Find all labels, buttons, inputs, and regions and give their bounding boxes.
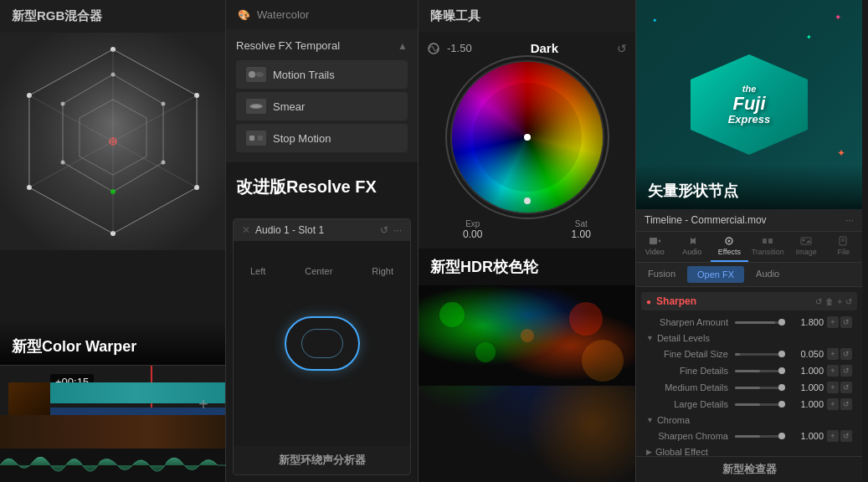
sparkle-orange: ✦ xyxy=(837,147,845,159)
param-slider-sharpen-chroma[interactable] xyxy=(735,435,785,438)
svg-point-33 xyxy=(439,302,465,327)
tab-transition[interactable]: Transition xyxy=(748,232,788,262)
param-value-fine-detail-size: 0.050 xyxy=(790,349,824,359)
param-add-sharpen[interactable]: + xyxy=(827,316,839,328)
param-slider-sharpen-amount[interactable] xyxy=(735,321,785,324)
section-header-global-effect[interactable]: ▶ Global Effect xyxy=(641,444,857,456)
param-add-medium-details[interactable]: + xyxy=(827,382,839,393)
noise-visual xyxy=(419,285,635,482)
fx-item-motion-trails[interactable]: Motion Trails xyxy=(236,60,408,89)
denoise-title: 降噪工具 xyxy=(430,8,480,24)
param-slider-medium-details[interactable] xyxy=(735,387,785,389)
param-slider-fine-details[interactable] xyxy=(735,370,785,372)
subtab-audio[interactable]: Audio xyxy=(749,266,786,283)
watercolor-title-text: Watercolor xyxy=(257,8,309,21)
audio-panel-footer: 新型环绕声分析器 xyxy=(234,446,410,474)
effect-more-icon[interactable]: ↺ xyxy=(845,297,852,306)
param-add-sharpen-chroma[interactable]: + xyxy=(827,430,839,442)
color-warper-canvas[interactable] xyxy=(0,33,225,250)
fuji-text-line1: the xyxy=(728,84,771,94)
fx-item-label-smear: Smear xyxy=(273,100,305,113)
section-header-detail-levels[interactable]: ▼ Detail Levels xyxy=(641,331,857,346)
hdr-wheel-center-dot xyxy=(524,134,531,141)
param-reset-sharpen-chroma[interactable]: ↺ xyxy=(840,430,852,442)
hdr-wheel-title-text: 新型HDR校色轮 xyxy=(430,259,538,275)
inspector-header-title: Timeline - Commercial.mov xyxy=(645,214,767,226)
hdr-sat-value: 1.00 xyxy=(572,228,591,240)
param-value-medium-details: 1.000 xyxy=(790,382,824,392)
param-reset-fine-details[interactable]: ↺ xyxy=(840,365,852,377)
svg-point-34 xyxy=(521,329,534,342)
add-track-icon[interactable]: + xyxy=(198,395,208,414)
effect-delete-icon[interactable]: 🗑 xyxy=(825,297,834,306)
param-reset-medium-details[interactable]: ↺ xyxy=(840,382,852,393)
inspector-tabs: Video Audio Effects Transition Image xyxy=(636,232,862,263)
param-label-sharpen-chroma: Sharpen Chroma xyxy=(646,431,735,441)
color-warper-panel[interactable]: 新型Color Warper xyxy=(0,33,225,365)
timeline-waveform xyxy=(0,449,225,482)
svg-rect-42 xyxy=(763,238,767,244)
fx-item-stop-motion[interactable]: Stop Motion xyxy=(236,124,408,152)
timeline-panel[interactable]: +00:15 05:25 + xyxy=(0,365,225,482)
resolve-fx-improve-title-text: 改进版Resolve FX xyxy=(236,177,377,196)
param-controls-sharpen-chroma: + ↺ xyxy=(827,430,852,442)
section-header-chroma[interactable]: ▼ Chroma xyxy=(641,413,857,428)
param-value-sharpen-chroma: 1.000 xyxy=(790,431,824,441)
resolve-fx-title: Resolve FX Temporal xyxy=(236,39,340,52)
color-warper-title: 新型Color Warper xyxy=(0,320,225,365)
tab-effects[interactable]: Effects xyxy=(711,232,748,262)
fx-item-label-motion-trails: Motion Trails xyxy=(273,69,335,81)
effect-header-sharpen: ● Sharpen ↺ 🗑 + ↺ xyxy=(641,292,857,310)
param-add-fine-size[interactable]: + xyxy=(827,348,839,360)
close-icon[interactable]: ✕ xyxy=(242,224,250,236)
hdr-wheel-label: Dark xyxy=(531,41,558,55)
hdr-wheel-panel[interactable]: -1.50 Dark ↺ Exp 0.00 xyxy=(419,33,635,249)
audio-label-right: Right xyxy=(372,266,393,276)
tab-video[interactable]: Video xyxy=(636,232,674,262)
svg-point-45 xyxy=(803,239,805,242)
resolve-fx-header: Resolve FX Temporal ▲ xyxy=(236,39,408,52)
param-add-large-details[interactable]: + xyxy=(827,398,839,410)
param-slider-fine-detail-size[interactable] xyxy=(735,353,785,356)
param-reset-fine-size[interactable]: ↺ xyxy=(840,348,852,360)
param-reset-large-details[interactable]: ↺ xyxy=(840,398,852,410)
effect-add-icon[interactable]: + xyxy=(837,297,842,306)
resolve-fx-list: Motion Trails Smear xyxy=(236,60,408,152)
watercolor-titlebar: 🎨 Watercolor xyxy=(226,0,418,29)
rgb-mixer-titlebar: 新型RGB混合器 xyxy=(0,0,225,33)
tab-file[interactable]: File xyxy=(824,232,862,262)
resolve-fx-improve-title: 改进版Resolve FX xyxy=(226,162,418,212)
inspector-footer-text: 新型检查器 xyxy=(722,463,777,475)
collapse-icon[interactable]: ▲ xyxy=(398,40,408,52)
inspector-sub-tabs: Fusion Open FX Audio xyxy=(636,263,862,287)
hdr-color-wheel[interactable] xyxy=(452,62,603,213)
inspector-more-icon[interactable]: ··· xyxy=(845,214,854,226)
fuji-hex: the Fuji Express xyxy=(691,54,808,155)
audio-more-icon[interactable]: ··· xyxy=(393,224,402,236)
param-add-fine-details[interactable]: + xyxy=(827,365,839,377)
section-chevron-detail: ▼ xyxy=(646,334,654,342)
svg-point-25 xyxy=(251,105,261,108)
open-fx-button[interactable]: Open FX xyxy=(687,266,744,283)
audio-refresh-icon[interactable]: ↺ xyxy=(380,224,388,236)
svg-rect-43 xyxy=(768,238,773,244)
param-reset-sharpen[interactable]: ↺ xyxy=(840,316,852,328)
param-controls-fine-details: + ↺ xyxy=(827,365,852,377)
svg-marker-21 xyxy=(29,49,197,233)
audio-tab-icon xyxy=(686,236,698,246)
effect-save-icon[interactable]: ↺ xyxy=(815,297,822,306)
hdr-wheel-value: -1.50 xyxy=(447,42,472,54)
sparkle-teal: ✦ xyxy=(806,33,812,41)
param-row-fine-details: Fine Details 1.000 + ↺ xyxy=(641,362,857,379)
fx-item-smear[interactable]: Smear xyxy=(236,92,408,120)
tab-audio[interactable]: Audio xyxy=(674,232,711,262)
param-slider-large-details[interactable] xyxy=(735,403,785,406)
subtab-fusion[interactable]: Fusion xyxy=(641,266,682,283)
timeline-track-bg xyxy=(0,415,225,449)
param-label-fine-details: Fine Details xyxy=(646,366,735,376)
svg-point-41 xyxy=(728,240,731,243)
fuji-text-line2: Fuji xyxy=(728,94,771,114)
tab-image[interactable]: Image xyxy=(788,232,825,262)
hdr-reset-icon[interactable]: ↺ xyxy=(617,42,627,55)
hdr-wheel-container[interactable] xyxy=(452,62,603,213)
